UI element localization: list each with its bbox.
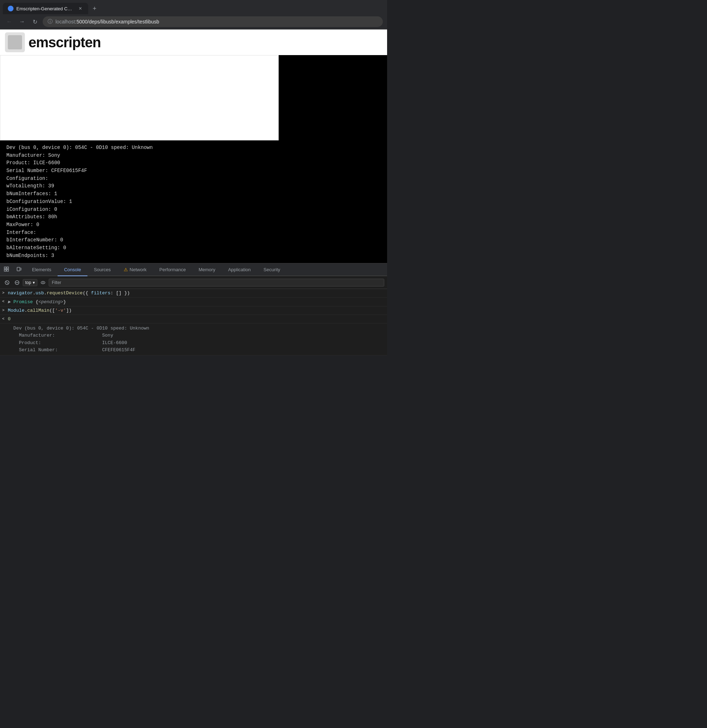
device-mode-button[interactable] [13,263,25,275]
emscripten-header: emscripten [0,29,387,55]
devtools-panel: ElementsConsoleSources⚠NetworkPerformanc… [0,263,387,355]
terminal-output: Dev (bus 0, device 0): 054C - 0D10 speed… [0,140,387,263]
console-subtoolbar: top ▾ [0,276,387,289]
console-token: Promise [13,299,36,305]
terminal-lines: Dev (bus 0, device 0): 054C - 0D10 speed… [6,144,381,260]
eye-icon[interactable] [39,278,47,287]
devtools-tab-security[interactable]: Security [257,263,287,276]
console-device-output: Dev (bus 0, device 0): 054C - 0D10 speed… [0,324,387,355]
emscripten-logo-inner [8,35,22,49]
emscripten-logo [5,32,25,52]
terminal-line: wTotalLength: 39 [6,182,381,190]
terminal-line: Dev (bus 0, device 0): 054C - 0D10 speed… [6,144,381,152]
devtools-tab-label-sources: Sources [94,267,111,272]
terminal-line: Interface: [6,229,381,237]
devtools-tab-elements[interactable]: Elements [26,263,58,276]
console-token: }) [121,290,130,296]
console-token: ([ [49,308,55,313]
terminal-line: bAlternateSetting: 0 [6,244,381,252]
console-entry: <▶ Promise {<pending>} [0,298,387,306]
reload-button[interactable]: ↻ [30,17,40,27]
devtools-tab-list: ElementsConsoleSources⚠NetworkPerformanc… [26,263,387,276]
console-token: . [33,290,36,296]
devtools-tabs: ElementsConsoleSources⚠NetworkPerformanc… [0,263,387,276]
input-arrow: > [2,308,8,312]
devtools-tab-console[interactable]: Console [58,263,87,276]
terminal-line: Serial Number: CFEFE0615F4F [6,167,381,175]
canvas-black [278,55,387,140]
terminal-line: MaxPower: 0 [6,221,381,229]
output-arrow: < [2,316,8,321]
console-token: ({ [83,290,91,296]
output-arrow: < [2,299,8,303]
console-entry: >Module.callMain(['-v']) [0,306,387,315]
console-entries: >navigator.usb.requestDevice({ filters: … [0,289,387,324]
emscripten-title: emscripten [29,35,101,51]
terminal-line: bNumInterfaces: 1 [6,190,381,198]
console-text[interactable]: Module.callMain(['-v']) [8,308,384,313]
chevron-down-icon: ▾ [33,280,35,285]
device-output-pre: Dev (bus 0, device 0): 054C - 0D10 speed… [8,325,384,354]
svg-rect-4 [17,267,20,271]
console-token: 0 [8,316,11,322]
console-token: '-v' [55,308,66,313]
address-bar[interactable]: ⓘ localhost:5000/deps/libusb/examples/te… [43,16,383,27]
devtools-tab-label-memory: Memory [199,267,215,272]
canvas-white [0,55,278,140]
console-token: ]) [66,308,72,313]
tab-bar: Emscripten-Generated Code ✕ + [0,0,387,14]
inspect-element-button[interactable] [1,263,12,275]
devtools-tab-application[interactable]: Application [222,263,257,276]
url-path: :5000/deps/libusb/examples/testlibusb [75,19,159,25]
context-selector[interactable]: top ▾ [23,279,38,286]
console-device-lines: Dev (bus 0, device 0): 054C - 0D10 speed… [8,325,384,354]
console-text[interactable]: 0 [8,316,384,322]
devtools-tab-performance[interactable]: Performance [153,263,192,276]
svg-point-11 [42,282,43,283]
terminal-line: Manufacturer: Sony [6,152,381,160]
console-token: usb [36,290,44,296]
terminal-line: bNumEndpoints: 3 [6,252,381,260]
devtools-tab-label-security: Security [263,267,280,272]
active-tab[interactable]: Emscripten-Generated Code ✕ [3,3,88,14]
console-entry: <0 [0,315,387,324]
console-token: <pending> [38,299,63,305]
forward-button[interactable]: → [17,17,27,27]
url-protocol: localhost [55,19,75,25]
browser-chrome: Emscripten-Generated Code ✕ + ← → ↻ ⓘ lo… [0,0,387,29]
console-token: . [25,308,27,313]
devtools-tab-label-console: Console [64,267,81,272]
devtools-tab-network[interactable]: ⚠Network [117,263,153,276]
new-tab-button[interactable]: + [89,4,100,13]
address-text: localhost:5000/deps/libusb/examples/test… [55,19,159,25]
devtools-tab-label-performance: Performance [159,267,186,272]
console-token: Module [8,308,25,313]
console-token: } [63,299,66,305]
console-content: >navigator.usb.requestDevice({ filters: … [0,289,387,355]
svg-rect-2 [4,269,6,271]
console-token: callMain [27,308,49,313]
devtools-tab-sources[interactable]: Sources [87,263,117,276]
block-network-button[interactable] [13,278,21,287]
clear-console-button[interactable] [3,278,12,287]
console-entry: >navigator.usb.requestDevice({ filters: … [0,289,387,298]
console-text[interactable]: navigator.usb.requestDevice({ filters: [… [8,290,384,296]
terminal-line: bInterfaceNumber: 0 [6,236,381,244]
tab-favicon [8,6,13,12]
back-button[interactable]: ← [4,17,14,27]
devtools-tab-label-elements: Elements [32,267,51,272]
address-bar-row: ← → ↻ ⓘ localhost:5000/deps/libusb/examp… [0,14,387,29]
filter-input[interactable] [49,279,384,286]
warning-icon: ⚠ [124,267,128,272]
console-token: requestDevice [46,290,82,296]
console-text[interactable]: ▶ Promise {<pending>} [8,299,384,305]
console-token: [] [116,290,121,296]
terminal-line: iConfiguration: 0 [6,206,381,214]
console-token: ▶ [8,299,13,305]
svg-rect-3 [7,269,9,271]
svg-line-7 [6,282,8,284]
tab-close-button[interactable]: ✕ [78,6,83,12]
devtools-tab-memory[interactable]: Memory [192,263,222,276]
input-arrow: > [2,290,8,295]
page-content: emscripten [0,29,387,140]
